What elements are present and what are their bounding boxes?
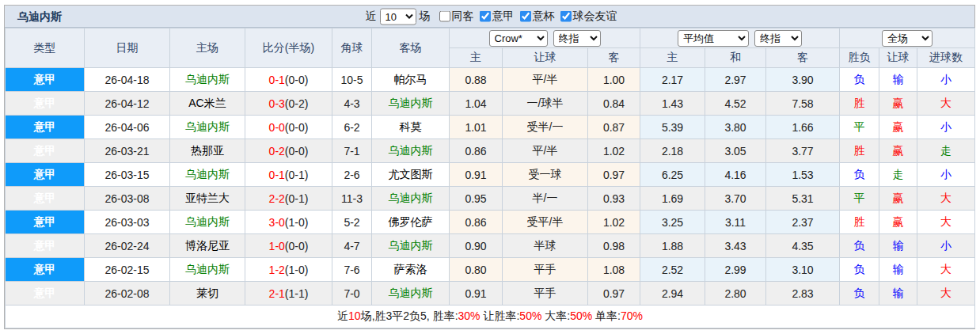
- match-date: 26-04-06: [85, 116, 170, 139]
- eu-away-odds: 1.53: [766, 163, 840, 187]
- corner-score: 7-6: [332, 258, 372, 282]
- eu-draw-odds: 3.11: [705, 211, 766, 234]
- col-header-date: 日期: [85, 28, 170, 68]
- away-team: 尤文图斯: [372, 163, 450, 187]
- result-goals: 大: [917, 211, 975, 234]
- filter-checkbox[interactable]: 同客: [439, 9, 474, 23]
- filter-checkbox[interactable]: 意杯: [520, 9, 555, 23]
- result-handicap: 赢: [879, 116, 917, 139]
- match-row: 意甲 26-03-15 乌迪内斯 0-1(0-1) 2-6 尤文图斯 0.91 …: [6, 163, 975, 187]
- corner-score: 7-1: [332, 139, 372, 163]
- filter-checkbox[interactable]: 意甲: [480, 9, 515, 23]
- home-team: 乌迪内斯: [170, 258, 245, 282]
- eu-away-odds: 3.90: [766, 68, 840, 92]
- ah-home-odds: 0.95: [450, 187, 503, 211]
- match-row: 意甲 26-03-03 乌迪内斯 3-0(1-0) 5-2 佛罗伦萨 0.86 …: [6, 211, 975, 234]
- checkbox-input[interactable]: [439, 10, 450, 21]
- ah-home-odds: 1.04: [450, 92, 503, 116]
- fulltime-score: 0-2: [269, 145, 285, 158]
- result-goals: 走: [917, 139, 975, 163]
- recent-count-select[interactable]: 10: [380, 8, 416, 25]
- eu-home-odds: 2.94: [640, 282, 705, 306]
- result-outcome: 负: [840, 163, 879, 187]
- fulltime-score: 3-0: [269, 216, 285, 229]
- result-outcome: 平: [840, 187, 879, 211]
- ah-away-odds: 0.84: [588, 92, 640, 116]
- checkbox-input[interactable]: [480, 10, 491, 21]
- home-team: 乌迪内斯: [170, 116, 245, 139]
- checkbox-input[interactable]: [520, 10, 531, 21]
- checkbox-label: 球会友谊: [573, 9, 617, 23]
- match-score: 0-3(0-2): [245, 92, 332, 116]
- eu-draw-odds: 2.99: [705, 258, 766, 282]
- ah-line: 半/一: [503, 187, 588, 211]
- match-date: 26-02-15: [85, 258, 170, 282]
- col-header-away: 客场: [372, 28, 450, 68]
- result-outcome: 负: [840, 258, 879, 282]
- ah-line: 一/球半: [503, 92, 588, 116]
- match-score: 2-1(1-1): [245, 282, 332, 306]
- company-stage-select[interactable]: 终指: [553, 30, 601, 47]
- result-handicap: 输: [879, 234, 917, 258]
- col-header-league-type: 类型: [6, 28, 85, 68]
- match-date: 26-04-18: [85, 68, 170, 92]
- eu-home-odds: 1.88: [640, 234, 705, 258]
- corner-score: 10-5: [332, 68, 372, 92]
- match-score: 0-2(0-0): [245, 139, 332, 163]
- league-badge: 意甲: [6, 258, 85, 282]
- ah-away-odds: 0.97: [588, 282, 640, 306]
- summary-segment: 10: [348, 309, 361, 322]
- corner-score: 4-7: [332, 234, 372, 258]
- result-goals: 小: [917, 234, 975, 258]
- eu-away-odds: 7.58: [766, 92, 840, 116]
- eu-home-odds: 2.17: [640, 68, 705, 92]
- eu-away-odds: 4.35: [766, 234, 840, 258]
- match-date: 26-03-08: [85, 187, 170, 211]
- checkbox-input[interactable]: [560, 10, 572, 21]
- match-date: 26-02-08: [85, 282, 170, 306]
- page: 乌迪内斯 近 10 场 同客意甲意杯球会友谊 类型 日期 主场: [0, 0, 980, 331]
- ah-away-odds: 1.02: [588, 211, 640, 234]
- result-goals: 大: [917, 187, 975, 211]
- result-outcome: 负: [840, 234, 879, 258]
- home-team: 莱切: [170, 282, 245, 306]
- match-score: 0-1(0-1): [245, 163, 332, 187]
- summary-segment: 让胜率:: [481, 309, 520, 322]
- home-team: 亚特兰大: [170, 187, 245, 211]
- away-team: 佛罗伦萨: [372, 211, 450, 234]
- match-row: 意甲 26-04-06 乌迪内斯 0-0(0-0) 6-2 科莫 1.01 受半…: [6, 116, 975, 139]
- ah-home-odds: 0.88: [450, 68, 503, 92]
- match-row: 意甲 26-03-21 热那亚 0-2(0-0) 7-1 乌迪内斯 0.86 平…: [6, 139, 975, 163]
- filter-checkbox[interactable]: 球会友谊: [560, 9, 617, 23]
- handicap-group-header: Crow* 终指: [450, 28, 640, 48]
- league-badge: 意甲: [6, 282, 85, 306]
- company-select[interactable]: Crow*: [489, 30, 548, 47]
- eu-draw-odds: 3.70: [705, 187, 766, 211]
- eu-away-odds: 2.83: [766, 282, 840, 306]
- halftime-score: (1-0): [285, 216, 309, 229]
- match-score: 1-2(1-0): [245, 258, 332, 282]
- eu-draw-odds: 4.52: [705, 92, 766, 116]
- col-header-result-wdl: 胜负: [840, 48, 879, 68]
- average-stage-select[interactable]: 终指: [754, 30, 802, 47]
- average-select[interactable]: 平均值: [678, 30, 749, 47]
- eu-away-odds: 1.66: [766, 116, 840, 139]
- fulltime-score: 1-0: [269, 240, 285, 252]
- ah-line: 受半/一: [503, 116, 588, 139]
- result-goals: 大: [917, 282, 975, 306]
- match-row: 意甲 26-04-12 AC米兰 0-3(0-2) 4-3 乌迪内斯 1.04 …: [6, 92, 975, 116]
- result-handicap: 赢: [879, 187, 917, 211]
- away-team: 萨索洛: [372, 258, 450, 282]
- scope-select[interactable]: 全场: [882, 30, 933, 47]
- col-header-home: 主场: [170, 28, 245, 68]
- away-team: 乌迪内斯: [372, 139, 450, 163]
- summary-text: 近10场,胜3平2负5, 胜率:30% 让胜率:50% 大率:50% 单率:70…: [6, 306, 975, 328]
- summary-segment: 场,胜3平2负5, 胜率:: [361, 309, 458, 322]
- eu-draw-odds: 4.16: [705, 163, 766, 187]
- home-team: 博洛尼亚: [170, 234, 245, 258]
- league-badge: 意甲: [6, 116, 85, 139]
- match-date: 26-03-03: [85, 211, 170, 234]
- halftime-score: (0-1): [285, 192, 309, 205]
- eu-draw-odds: 2.97: [705, 68, 766, 92]
- col-header-score: 比分(半场): [245, 28, 332, 68]
